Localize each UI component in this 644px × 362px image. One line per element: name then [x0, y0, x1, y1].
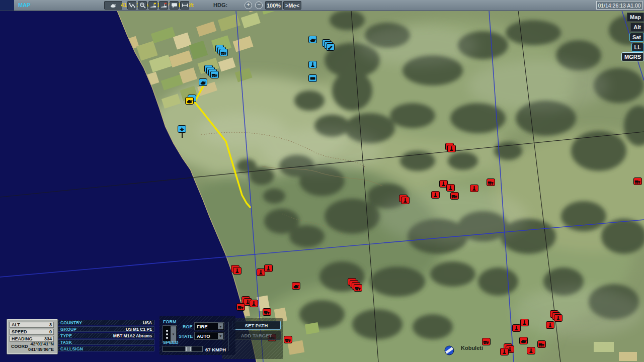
info-row-type: TYPE MBT M1A2 Abrams — [58, 333, 154, 338]
speed-value: 0 — [49, 329, 52, 334]
type-value: MBT M1A2 Abrams — [113, 333, 152, 338]
info-row-callsign: CALLSIGN — [58, 346, 154, 351]
country-label: COUNTRY — [60, 320, 82, 325]
info-row-task: TASK — [58, 339, 154, 345]
map-layer-button-sat[interactable]: Sat — [629, 33, 644, 42]
flag-red-tool-button[interactable] — [159, 1, 168, 10]
map-viewport[interactable]: Kobuleti MAP 41°56'18"N 041°49'47"E,65ft — [0, 0, 644, 362]
flag-yellow-icon — [150, 2, 156, 9]
truck-icon — [634, 179, 641, 184]
truck-icon — [237, 305, 244, 310]
truck-icon — [538, 342, 545, 347]
state-value: AUTO — [197, 333, 210, 339]
column-formation-icon — [166, 330, 168, 339]
group-label: GROUP — [60, 327, 76, 332]
alt-value: 3 — [49, 322, 52, 327]
truck-icon — [451, 194, 458, 199]
zoom-percent[interactable]: 100% — [265, 1, 282, 10]
chevron-down-icon[interactable]: ▼ — [218, 323, 223, 329]
task-label: TASK — [60, 340, 72, 345]
tank-icon — [186, 99, 193, 104]
truck-icon — [488, 180, 494, 185]
heading-label: HEADING — [12, 336, 33, 341]
add-target-button[interactable]: ADD TARGET — [232, 331, 281, 340]
view-mode-label: MAP — [18, 2, 30, 8]
art-icon — [258, 270, 264, 275]
truck-icon — [220, 50, 227, 55]
roe-dropdown[interactable]: FIRE ▼ — [194, 322, 224, 330]
truck-icon — [355, 286, 361, 291]
speed-slider-handle[interactable] — [185, 346, 192, 351]
route-icon — [129, 2, 135, 9]
speed-slider-label: SPEED — [163, 340, 179, 345]
selected-unit-type-button[interactable] — [104, 1, 122, 10]
group-value: US M1 C1 P1 — [126, 327, 152, 332]
zoom-loupe-icon — [139, 2, 146, 9]
art-icon — [521, 320, 528, 325]
art-icon — [513, 326, 520, 331]
center-on-me-button[interactable]: >Me< — [283, 1, 301, 10]
art-icon — [402, 198, 409, 203]
truck-icon — [211, 72, 218, 77]
unit-info-panel: COUNTRY USA GROUP US M1 C1 P1 TYPE MBT M… — [58, 320, 154, 353]
state-dropdown[interactable]: AUTO ▼ — [194, 332, 224, 340]
alt-label: ALT — [12, 322, 20, 327]
speed-slider[interactable] — [163, 346, 203, 352]
zoom-out-button[interactable]: − — [255, 2, 263, 9]
truck-icon — [264, 310, 270, 315]
formation-label: FORM — [163, 319, 177, 324]
top-toolbar: MAP 41°56'18"N 041°49'47"E,65ft HDG: + −… — [0, 0, 644, 11]
speed-row: SPEED 0 — [10, 329, 54, 335]
tank-icon — [309, 37, 316, 42]
measure-tool-button[interactable] — [180, 1, 189, 10]
tank-icon — [200, 80, 206, 85]
art-icon — [547, 323, 553, 328]
gun-icon — [327, 45, 334, 50]
info-row-group: GROUP US M1 C1 P1 — [58, 326, 154, 332]
chevron-down-icon[interactable]: ▼ — [218, 333, 223, 339]
art-icon — [432, 193, 439, 198]
art-icon — [528, 348, 534, 353]
art-icon — [251, 301, 257, 306]
set-path-button[interactable]: SET PATH — [232, 321, 281, 330]
coord-lon: 041°45'06"E — [28, 347, 54, 352]
route-tool-button[interactable] — [127, 1, 136, 10]
coord-lat: 42°01'41"N — [28, 341, 54, 347]
flag-yellow-tool-button[interactable] — [148, 1, 157, 10]
roe-value: FIRE — [197, 324, 208, 329]
map-layer-button-ll[interactable]: LL — [631, 43, 644, 52]
art-icon — [309, 62, 316, 67]
alt-row: ALT 3 — [10, 322, 54, 328]
zoom-tool-button[interactable] — [138, 1, 147, 10]
chat-icon — [171, 2, 178, 9]
telemetry-panel: ALT 3 SPEED 0 HEADING 334 COORD 42°01'41… — [7, 319, 58, 354]
units-layer — [0, 0, 644, 362]
toolbar-left-block — [0, 0, 14, 11]
jet-icon — [179, 127, 185, 132]
chat-tool-button[interactable] — [170, 1, 179, 10]
art-icon — [234, 268, 240, 274]
map-layer-button-mgrs[interactable]: MGRS — [621, 52, 644, 61]
mission-time: 01/14:26:13 A1.00 — [596, 1, 642, 10]
speed-readout: 67 KMPH — [205, 347, 226, 352]
type-label: TYPE — [60, 333, 72, 338]
apc-icon — [309, 76, 316, 81]
zoom-in-button[interactable]: + — [245, 2, 252, 9]
tank-icon — [520, 338, 527, 343]
tank-icon — [293, 284, 299, 289]
coord-label: COORD — [11, 344, 28, 349]
heading-value: 334 — [44, 336, 52, 341]
flag-red-icon — [160, 2, 167, 9]
speed-label: SPEED — [12, 329, 27, 334]
country-value: USA — [143, 320, 152, 325]
map-layer-button-alt[interactable]: Alt — [630, 23, 644, 32]
panel-divider — [228, 322, 229, 351]
truck-icon — [483, 339, 490, 344]
heading-label: HDG: — [213, 2, 227, 8]
map-layer-button-map[interactable]: Map — [627, 13, 644, 22]
tank-select-icon — [110, 2, 117, 9]
measure-icon — [182, 2, 188, 9]
art-icon — [265, 266, 272, 271]
callsign-label: CALLSIGN — [60, 346, 83, 351]
command-panel: FORM ▼ ROE FIRE ▼ STATE AUTO ▼ SPEED 67 … — [159, 316, 235, 355]
